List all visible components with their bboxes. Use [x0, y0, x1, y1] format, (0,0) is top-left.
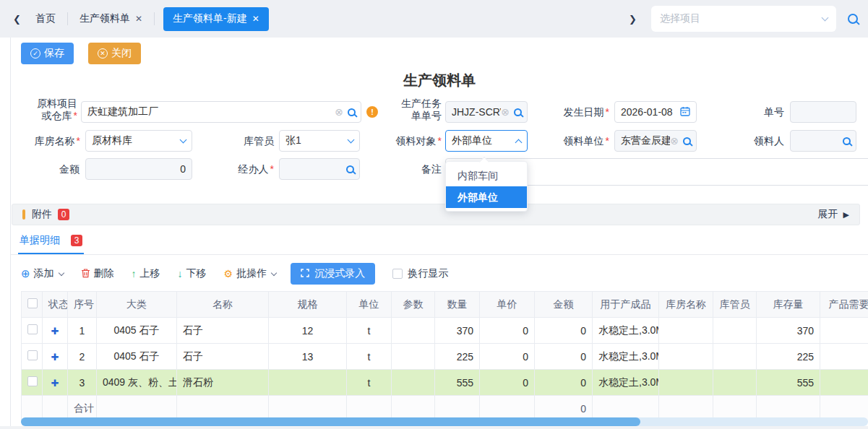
cell[interactable]: 石子 — [177, 344, 269, 370]
horizontal-scrollbar[interactable] — [21, 417, 868, 426]
cell[interactable]: t — [347, 370, 392, 396]
requisition-target-select[interactable]: 外部单位 — [445, 130, 528, 152]
table-row[interactable]: ✚10405 石子石子12t37000水稳定土,3.0M370 — [22, 318, 868, 344]
cell[interactable]: 555 — [435, 370, 480, 396]
handler-input[interactable] — [279, 158, 360, 180]
scrollbar-thumb[interactable] — [21, 417, 640, 426]
dropdown-option-internal[interactable]: 内部车间 — [446, 165, 527, 186]
cell[interactable] — [820, 318, 868, 344]
calendar-icon[interactable] — [680, 106, 690, 118]
save-button[interactable]: ✓ 保存 — [21, 43, 74, 64]
cell[interactable]: 水稳定土,3.0M — [593, 370, 659, 396]
cell[interactable]: 370 — [757, 318, 820, 344]
row-checkbox-cell[interactable] — [22, 318, 43, 344]
cell[interactable] — [659, 344, 713, 370]
nav-forward-icon[interactable]: ❯ — [626, 14, 640, 25]
move-up-button[interactable]: ↑ 上移 — [132, 267, 160, 280]
cell[interactable] — [820, 344, 868, 370]
cell[interactable]: 370 — [435, 318, 480, 344]
cell[interactable]: 水稳定土,3.0M — [593, 344, 659, 370]
cell[interactable]: 3 — [68, 370, 97, 396]
cell[interactable] — [820, 370, 868, 396]
cell[interactable]: 12 — [269, 318, 347, 344]
occur-date-input[interactable]: 2026-01-08 — [614, 101, 697, 123]
cell[interactable] — [659, 318, 713, 344]
material-source-input[interactable]: 庆虹建筑加工厂 ⊗ — [81, 101, 361, 123]
doc-no-input[interactable] — [790, 101, 856, 123]
cell[interactable] — [713, 318, 757, 344]
tab-detail[interactable]: 单据明细 3 — [18, 234, 84, 254]
cell[interactable]: 1 — [68, 318, 97, 344]
cell[interactable] — [659, 370, 713, 396]
tab-requisition-list[interactable]: 生产领料单 ✕ — [68, 0, 154, 38]
cell[interactable] — [392, 370, 435, 396]
cell[interactable]: 0405 石子 — [97, 318, 177, 344]
delete-button[interactable]: 删除 — [81, 267, 114, 280]
add-button[interactable]: ⊕ 添加 — [21, 267, 64, 280]
cell[interactable]: 0405 石子 — [97, 344, 177, 370]
info-icon[interactable]: ! — [366, 106, 378, 118]
row-checkbox-cell[interactable] — [22, 370, 43, 396]
cell[interactable]: 0409 灰、粉、土 — [97, 370, 177, 396]
row-checkbox-cell[interactable] — [22, 344, 43, 370]
row-checkbox[interactable] — [27, 376, 38, 386]
search-icon[interactable] — [848, 14, 858, 24]
cell[interactable]: 石子 — [177, 318, 269, 344]
cell[interactable]: 13 — [269, 344, 347, 370]
select-all-checkbox[interactable] — [27, 298, 38, 308]
search-icon[interactable] — [683, 137, 691, 145]
row-status-cell[interactable]: ✚ — [43, 370, 68, 396]
row-checkbox[interactable] — [27, 324, 38, 334]
search-icon[interactable] — [843, 137, 851, 145]
cell[interactable]: 水稳定土,3.0M — [593, 318, 659, 344]
cell[interactable]: 0 — [480, 370, 535, 396]
clear-icon[interactable]: ⊗ — [670, 136, 679, 146]
cell[interactable]: 0 — [535, 370, 593, 396]
cell[interactable]: 555 — [757, 370, 820, 396]
tab-requisition-new[interactable]: 生产领料单-新建 ✕ — [163, 7, 269, 31]
cell[interactable]: 0 — [480, 344, 535, 370]
clear-icon[interactable]: ⊗ — [501, 107, 510, 117]
clear-icon[interactable]: ⊗ — [335, 107, 343, 117]
cell[interactable]: 225 — [757, 344, 820, 370]
row-status-cell[interactable]: ✚ — [43, 344, 68, 370]
cell[interactable]: t — [347, 318, 392, 344]
wrap-display-option[interactable]: 换行显示 — [392, 267, 448, 280]
nav-back-icon[interactable]: ❮ — [10, 14, 24, 25]
row-status-cell[interactable]: ✚ — [43, 318, 68, 344]
cell[interactable] — [713, 370, 757, 396]
cell[interactable] — [392, 344, 435, 370]
row-checkbox[interactable] — [27, 350, 38, 360]
project-select[interactable]: 选择项目 — [651, 6, 836, 32]
table-row[interactable]: ✚20405 石子石子13t22500水稳定土,3.0M225 — [22, 344, 868, 370]
cell[interactable]: 0 — [480, 318, 535, 344]
wrap-display-checkbox[interactable] — [392, 269, 403, 279]
requisition-person-input[interactable] — [790, 130, 856, 152]
expand-toggle[interactable]: 展开 ▶ — [818, 208, 849, 221]
search-icon[interactable] — [514, 108, 522, 116]
cell[interactable]: 滑石粉 — [177, 370, 269, 396]
task-no-input[interactable]: JHJZ-SCRV ⊗ — [445, 101, 528, 123]
requisition-unit-input[interactable]: 东营金辰建 ⊗ — [614, 130, 697, 152]
cell[interactable] — [713, 344, 757, 370]
cell[interactable] — [392, 318, 435, 344]
table-row[interactable]: ✚30409 灰、粉、土滑石粉t55500水稳定土,3.0M555 — [22, 370, 868, 396]
plus-status-icon[interactable]: ✚ — [51, 378, 59, 389]
amount-input[interactable]: 0 — [85, 158, 192, 180]
immersive-entry-button[interactable]: 沉浸式录入 — [291, 263, 375, 285]
warehouse-keeper-select[interactable]: 张1 — [279, 130, 360, 152]
close-button[interactable]: ✕ 关闭 — [88, 43, 141, 64]
tab-home[interactable]: 首页 — [24, 0, 67, 38]
tab-close-icon[interactable]: ✕ — [135, 14, 142, 24]
cell[interactable]: 0 — [535, 318, 593, 344]
search-icon[interactable] — [348, 108, 356, 116]
cell[interactable] — [269, 370, 347, 396]
tab-close-icon[interactable]: ✕ — [252, 14, 259, 24]
cell[interactable]: 2 — [68, 344, 97, 370]
batch-ops-button[interactable]: ⚙ 批操作 — [224, 267, 277, 280]
plus-status-icon[interactable]: ✚ — [51, 352, 59, 363]
search-icon[interactable] — [346, 165, 354, 173]
plus-status-icon[interactable]: ✚ — [51, 326, 59, 337]
cell[interactable]: 225 — [435, 344, 480, 370]
move-down-button[interactable]: ↓ 下移 — [178, 267, 207, 280]
